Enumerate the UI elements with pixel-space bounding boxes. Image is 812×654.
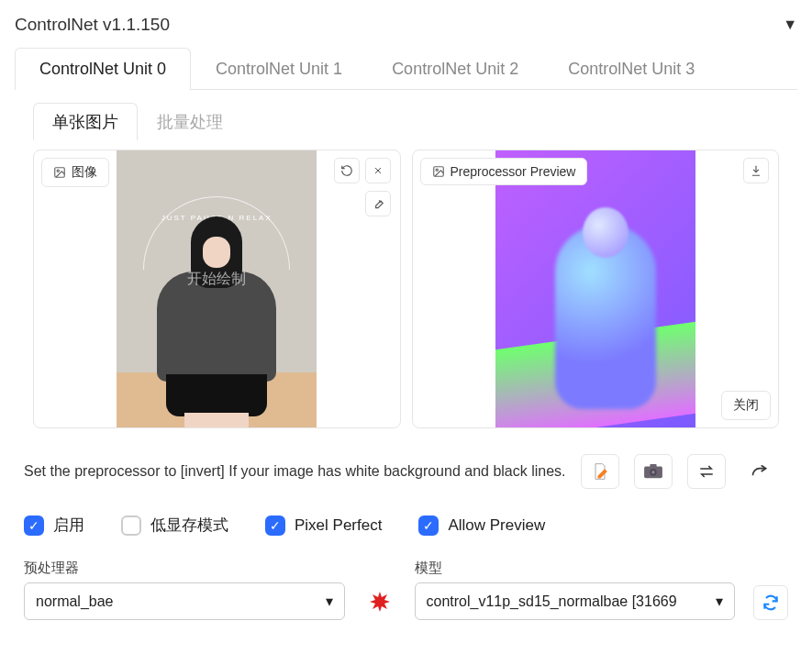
tab-single-image[interactable]: 单张图片 bbox=[33, 103, 138, 140]
section-header: ControlNet v1.1.150 ▼ bbox=[15, 15, 797, 35]
header-title: ControlNet v1.1.150 bbox=[15, 15, 170, 35]
explosion-icon bbox=[369, 591, 391, 613]
new-canvas-button[interactable] bbox=[581, 454, 619, 489]
send-arrow-icon bbox=[751, 465, 769, 478]
close-preview-button[interactable]: 关闭 bbox=[721, 391, 771, 420]
tab-unit-3[interactable]: ControlNet Unit 3 bbox=[543, 48, 719, 90]
download-button[interactable] bbox=[743, 158, 769, 183]
hint-text: Set the preprocessor to [invert] If your… bbox=[24, 460, 573, 483]
chevron-down-icon: ▾ bbox=[716, 593, 723, 610]
svg-point-7 bbox=[651, 471, 655, 474]
preview-badge: Preprocessor Preview bbox=[420, 158, 588, 185]
checkbox-icon bbox=[121, 515, 141, 536]
model-label: 模型 bbox=[415, 560, 736, 577]
enable-checkbox[interactable]: ✓ 启用 bbox=[24, 515, 84, 536]
preprocessor-select[interactable]: normal_bae ▾ bbox=[24, 582, 345, 620]
tab-unit-0[interactable]: ControlNet Unit 0 bbox=[15, 48, 191, 90]
lowvram-checkbox[interactable]: 低显存模式 bbox=[121, 515, 228, 536]
tab-batch[interactable]: 批量处理 bbox=[138, 103, 242, 140]
refresh-icon bbox=[762, 593, 780, 612]
run-preprocessor-button[interactable] bbox=[363, 583, 396, 620]
svg-point-3 bbox=[436, 169, 438, 171]
clear-button[interactable] bbox=[365, 158, 391, 183]
send-button[interactable] bbox=[740, 454, 779, 489]
checkbox-checked-icon: ✓ bbox=[418, 515, 439, 536]
edit-button[interactable] bbox=[365, 191, 391, 216]
swap-icon bbox=[698, 465, 715, 478]
allow-preview-checkbox[interactable]: ✓ Allow Preview bbox=[418, 515, 545, 536]
pixel-perfect-checkbox[interactable]: ✓ Pixel Perfect bbox=[265, 515, 382, 536]
preview-panel: Preprocessor Preview 关闭 bbox=[412, 150, 780, 428]
watermark-text: 开始绘制 bbox=[187, 270, 246, 289]
tab-unit-2[interactable]: ControlNet Unit 2 bbox=[367, 48, 543, 90]
input-image: 开始绘制 bbox=[34, 150, 400, 427]
tab-unit-1[interactable]: ControlNet Unit 1 bbox=[191, 48, 367, 90]
checkbox-checked-icon: ✓ bbox=[265, 515, 285, 536]
refresh-models-button[interactable] bbox=[753, 585, 788, 620]
camera-icon bbox=[643, 463, 663, 480]
webcam-button[interactable] bbox=[634, 454, 673, 489]
input-image-panel[interactable]: 图像 开始绘制 bbox=[33, 150, 401, 428]
input-image-badge: 图像 bbox=[41, 158, 109, 187]
preview-image bbox=[413, 150, 779, 427]
preview-badge-label: Preprocessor Preview bbox=[450, 164, 576, 179]
checkbox-checked-icon: ✓ bbox=[24, 515, 44, 536]
unit-tabs: ControlNet Unit 0 ControlNet Unit 1 Cont… bbox=[15, 48, 797, 90]
collapse-icon[interactable]: ▼ bbox=[783, 17, 797, 33]
svg-point-1 bbox=[57, 170, 59, 172]
chevron-down-icon: ▾ bbox=[326, 593, 333, 610]
swap-button[interactable] bbox=[687, 454, 726, 489]
preprocessor-label: 预处理器 bbox=[24, 560, 345, 577]
undo-button[interactable] bbox=[334, 158, 360, 183]
mode-tabs: 单张图片 批量处理 bbox=[33, 103, 797, 140]
model-select[interactable]: control_v11p_sd15_normalbae [31669 ▾ bbox=[415, 582, 736, 620]
document-pencil-icon bbox=[591, 462, 609, 481]
badge-label: 图像 bbox=[72, 164, 97, 181]
svg-rect-5 bbox=[650, 464, 656, 468]
